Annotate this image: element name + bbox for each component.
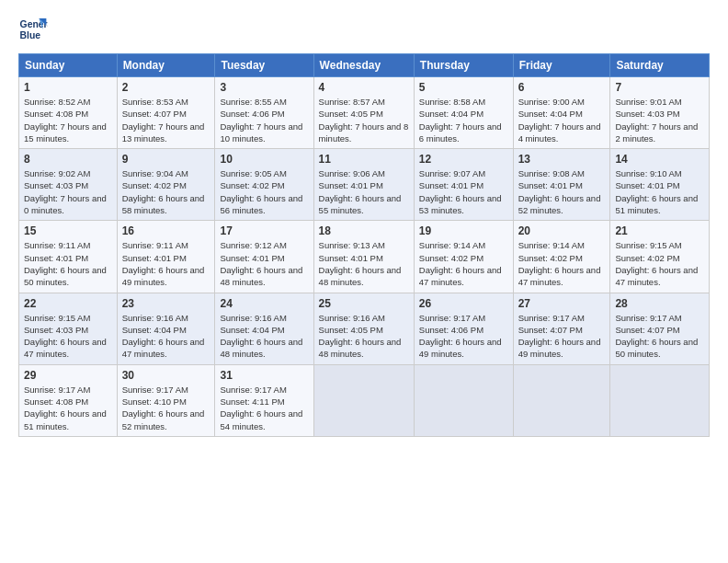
calendar-cell: 26 Sunrise: 9:17 AM Sunset: 4:06 PM Dayl…: [414, 293, 513, 364]
sunrise-label: Sunrise: 9:17 AM: [419, 313, 485, 323]
calendar-cell: 20 Sunrise: 9:14 AM Sunset: 4:02 PM Dayl…: [513, 221, 610, 293]
sunrise-label: Sunrise: 9:17 AM: [122, 385, 188, 395]
day-info: Sunrise: 9:16 AM Sunset: 4:05 PM Dayligh…: [319, 312, 409, 361]
sunrise-label: Sunrise: 9:16 AM: [122, 313, 188, 323]
sunset-label: Sunset: 4:07 PM: [518, 325, 583, 335]
day-info: Sunrise: 9:10 AM Sunset: 4:01 PM Dayligh…: [615, 167, 704, 216]
calendar-cell: 12 Sunrise: 9:07 AM Sunset: 4:01 PM Dayl…: [414, 149, 513, 221]
calendar-cell: 3 Sunrise: 8:55 AM Sunset: 4:06 PM Dayli…: [215, 77, 313, 149]
calendar-cell: 15 Sunrise: 9:11 AM Sunset: 4:01 PM Dayl…: [19, 221, 118, 293]
daylight-label: Daylight: 6 hours and 49 minutes.: [419, 337, 502, 359]
sunset-label: Sunset: 4:01 PM: [419, 180, 483, 190]
sunrise-label: Sunrise: 8:52 AM: [24, 97, 90, 107]
day-info: Sunrise: 9:12 AM Sunset: 4:01 PM Dayligh…: [220, 239, 308, 288]
calendar-cell: 10 Sunrise: 9:05 AM Sunset: 4:02 PM Dayl…: [215, 149, 313, 221]
sunrise-label: Sunrise: 9:08 AM: [518, 168, 585, 178]
daylight-label: Daylight: 6 hours and 52 minutes.: [122, 408, 205, 431]
day-number: 13: [518, 153, 606, 166]
sunrise-label: Sunrise: 9:13 AM: [319, 240, 385, 250]
day-info: Sunrise: 9:02 AM Sunset: 4:03 PM Dayligh…: [24, 167, 112, 216]
calendar-cell: 16 Sunrise: 9:11 AM Sunset: 4:01 PM Dayl…: [117, 221, 215, 293]
day-info: Sunrise: 9:11 AM Sunset: 4:01 PM Dayligh…: [122, 239, 210, 288]
sunrise-label: Sunrise: 9:14 AM: [419, 240, 485, 250]
sunset-label: Sunset: 4:08 PM: [24, 109, 88, 119]
day-number: 29: [24, 369, 112, 382]
daylight-label: Daylight: 6 hours and 47 minutes.: [518, 265, 601, 287]
calendar-cell: 30 Sunrise: 9:17 AM Sunset: 4:10 PM Dayl…: [117, 364, 215, 436]
day-number: 7: [615, 81, 704, 94]
day-number: 26: [419, 297, 508, 310]
day-number: 11: [319, 153, 409, 166]
sunrise-label: Sunrise: 9:16 AM: [319, 313, 385, 323]
day-info: Sunrise: 9:17 AM Sunset: 4:07 PM Dayligh…: [518, 312, 606, 361]
week-row-4: 22 Sunrise: 9:15 AM Sunset: 4:03 PM Dayl…: [19, 293, 710, 364]
day-number: 25: [319, 297, 409, 310]
sunrise-label: Sunrise: 9:17 AM: [220, 385, 286, 395]
day-number: 15: [24, 224, 112, 237]
sunset-label: Sunset: 4:08 PM: [24, 396, 88, 407]
day-info: Sunrise: 9:16 AM Sunset: 4:04 PM Dayligh…: [220, 312, 308, 361]
calendar-cell: [610, 364, 710, 436]
sunrise-label: Sunrise: 9:16 AM: [220, 313, 286, 323]
daylight-label: Daylight: 6 hours and 48 minutes.: [220, 265, 302, 287]
calendar-cell: 6 Sunrise: 9:00 AM Sunset: 4:04 PM Dayli…: [513, 77, 610, 149]
day-info: Sunrise: 9:04 AM Sunset: 4:02 PM Dayligh…: [122, 167, 210, 216]
sunrise-label: Sunrise: 9:05 AM: [220, 168, 286, 178]
daylight-label: Daylight: 7 hours and 10 minutes.: [220, 121, 302, 144]
daylight-label: Daylight: 6 hours and 51 minutes.: [615, 193, 698, 215]
sunset-label: Sunset: 4:02 PM: [615, 253, 679, 263]
sunset-label: Sunset: 4:01 PM: [122, 253, 187, 263]
day-number: 20: [518, 224, 606, 237]
day-info: Sunrise: 8:58 AM Sunset: 4:04 PM Dayligh…: [419, 96, 508, 144]
day-info: Sunrise: 9:08 AM Sunset: 4:01 PM Dayligh…: [518, 167, 606, 216]
sunrise-label: Sunrise: 9:01 AM: [615, 97, 681, 107]
calendar-cell: 21 Sunrise: 9:15 AM Sunset: 4:02 PM Dayl…: [610, 221, 710, 293]
day-number: 19: [419, 224, 508, 237]
sunset-label: Sunset: 4:05 PM: [319, 325, 383, 335]
calendar-cell: 24 Sunrise: 9:16 AM Sunset: 4:04 PM Dayl…: [215, 293, 313, 364]
calendar-cell: 17 Sunrise: 9:12 AM Sunset: 4:01 PM Dayl…: [215, 221, 313, 293]
day-info: Sunrise: 8:52 AM Sunset: 4:08 PM Dayligh…: [24, 96, 112, 144]
daylight-label: Daylight: 6 hours and 47 minutes.: [419, 265, 502, 287]
sunrise-label: Sunrise: 9:02 AM: [24, 168, 90, 178]
sunset-label: Sunset: 4:01 PM: [518, 180, 583, 190]
column-header-thursday: Thursday: [414, 54, 513, 77]
day-info: Sunrise: 9:13 AM Sunset: 4:01 PM Dayligh…: [319, 239, 409, 288]
sunset-label: Sunset: 4:04 PM: [419, 109, 483, 119]
day-number: 28: [615, 297, 704, 310]
calendar-body: 1 Sunrise: 8:52 AM Sunset: 4:08 PM Dayli…: [19, 77, 710, 437]
sunset-label: Sunset: 4:05 PM: [319, 109, 383, 119]
sunset-label: Sunset: 4:02 PM: [419, 253, 483, 263]
sunrise-label: Sunrise: 9:11 AM: [24, 240, 90, 250]
day-number: 21: [615, 224, 704, 237]
day-info: Sunrise: 9:01 AM Sunset: 4:03 PM Dayligh…: [615, 96, 704, 144]
calendar-cell: 4 Sunrise: 8:57 AM Sunset: 4:05 PM Dayli…: [313, 77, 414, 149]
sunset-label: Sunset: 4:07 PM: [615, 325, 679, 335]
daylight-label: Daylight: 7 hours and 2 minutes.: [615, 121, 698, 144]
calendar-cell: 25 Sunrise: 9:16 AM Sunset: 4:05 PM Dayl…: [313, 293, 414, 364]
week-row-1: 1 Sunrise: 8:52 AM Sunset: 4:08 PM Dayli…: [19, 77, 710, 149]
day-number: 14: [615, 153, 704, 166]
sunset-label: Sunset: 4:01 PM: [615, 180, 679, 190]
day-info: Sunrise: 9:16 AM Sunset: 4:04 PM Dayligh…: [122, 312, 210, 361]
sunset-label: Sunset: 4:02 PM: [220, 180, 284, 190]
day-info: Sunrise: 9:05 AM Sunset: 4:02 PM Dayligh…: [220, 167, 308, 216]
column-header-sunday: Sunday: [19, 54, 118, 77]
sunset-label: Sunset: 4:06 PM: [220, 109, 284, 119]
sunrise-label: Sunrise: 9:00 AM: [518, 97, 585, 107]
sunset-label: Sunset: 4:01 PM: [319, 253, 383, 263]
sunrise-label: Sunrise: 9:15 AM: [615, 240, 681, 250]
daylight-label: Daylight: 6 hours and 48 minutes.: [220, 337, 302, 359]
column-header-wednesday: Wednesday: [313, 54, 414, 77]
daylight-label: Daylight: 6 hours and 51 minutes.: [24, 408, 107, 431]
column-header-saturday: Saturday: [610, 54, 710, 77]
daylight-label: Daylight: 6 hours and 58 minutes.: [122, 193, 205, 215]
sunrise-label: Sunrise: 9:11 AM: [122, 240, 188, 250]
daylight-label: Daylight: 6 hours and 47 minutes.: [615, 265, 698, 287]
day-number: 8: [24, 153, 112, 166]
sunset-label: Sunset: 4:01 PM: [220, 253, 284, 263]
sunset-label: Sunset: 4:10 PM: [122, 396, 187, 407]
sunrise-label: Sunrise: 9:07 AM: [419, 168, 485, 178]
sunset-label: Sunset: 4:07 PM: [122, 109, 187, 119]
day-number: 24: [220, 297, 308, 310]
